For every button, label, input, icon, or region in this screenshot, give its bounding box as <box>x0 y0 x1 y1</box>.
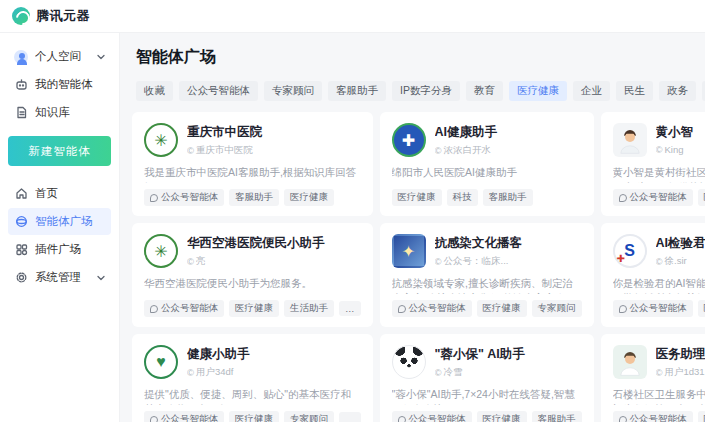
author-badge-icon: © <box>656 367 663 378</box>
agent-avatar <box>613 123 647 157</box>
agent-card[interactable]: ✦ 抗感染文化播客 © 公众号：临床... 抗感染领域专家,擅长诊断疾病、制定治… <box>380 223 594 327</box>
tag-公众号智能体: 公众号智能体 <box>144 300 224 317</box>
agent-avatar: ✳ <box>144 123 178 157</box>
agent-tags: 公众号智能体客服助手医疗健康 <box>144 189 361 206</box>
card-header: 医务助理小莲 © 用户1d31 <box>613 345 705 379</box>
agent-description: 绵阳市人民医院AI健康助手 <box>392 165 582 183</box>
tag-公众号智能体: 公众号智能体 <box>144 189 224 206</box>
agent-card[interactable]: ✳ 重庆市中医院 © 重庆市中医院 我是重庆市中医院AI客服助手,根据知识库回答… <box>132 112 373 216</box>
category-filter-bar: 收藏公众号智能体专家顾问客服助手IP数字分身教育医疗健康企业民生政务科技法律公益… <box>136 81 697 101</box>
agent-name: 医务助理小莲 <box>656 347 705 362</box>
agent-card[interactable]: 黄小智 © King 黄小智是黄村街社区卫生服务中心的家庭医生,为居民提供热情、… <box>601 112 705 216</box>
card-header: ✦ 抗感染文化播客 © 公众号：临床... <box>392 234 582 268</box>
logo-icon <box>12 7 30 25</box>
agent-description: 你是检验君的AI智能助手,帮助回答检验医学领域所有相关问题 <box>613 276 705 294</box>
tag-公众号智能体: 公众号智能体 <box>392 411 472 422</box>
agent-author: © King <box>656 144 705 155</box>
top-header: 腾讯元器 <box>0 0 705 33</box>
card-header: 黄小智 © King <box>613 123 705 157</box>
agent-name: AI健康助手 <box>435 125 582 140</box>
chat-bubble-icon <box>150 305 158 313</box>
filter-专家顾问[interactable]: 专家顾问 <box>264 81 322 101</box>
tag-专家顾问: 专家顾问 <box>532 300 582 317</box>
tag-医疗健康: 医疗健康 <box>229 411 279 422</box>
author-badge-icon: © <box>656 256 663 267</box>
filter-收藏[interactable]: 收藏 <box>136 81 173 101</box>
agent-author: © 重庆市中医院 <box>187 144 361 157</box>
agent-card[interactable]: "蓉小保" AI助手 © 冷雪 "蓉小保"AI助手,7×24小时在线答疑,智慧医… <box>380 334 594 422</box>
tag-医疗健康: 医疗健康 <box>698 411 705 422</box>
sidebar-item-首页[interactable]: 首页 <box>8 180 111 207</box>
sidebar-item-personal-space[interactable]: 个人空间 <box>8 43 111 70</box>
agent-author: © 冷雪 <box>435 366 582 379</box>
agent-tags: 公众号智能体医疗健康专家顾问 <box>392 300 582 317</box>
author-badge-icon: © <box>187 145 194 156</box>
tag-科技: 科技 <box>447 189 478 206</box>
gear-icon <box>14 271 28 285</box>
knowledge-base-label: 知识库 <box>35 105 70 120</box>
author-badge-icon: © <box>187 367 194 378</box>
tag-医疗健康: 医疗健康 <box>392 189 442 206</box>
chat-bubble-icon <box>619 416 627 422</box>
author-badge-icon: © <box>435 145 442 156</box>
document-icon <box>14 106 28 120</box>
tag-客服助手: 客服助手 <box>229 189 279 206</box>
filter-民生[interactable]: 民生 <box>616 81 653 101</box>
tag-生活助手: 生活助手 <box>284 300 334 317</box>
agent-tags: 公众号智能体医疗健康客服助手 <box>392 411 582 422</box>
chevron-down-icon <box>97 272 105 284</box>
filter-医疗健康[interactable]: 医疗健康 <box>509 81 567 101</box>
tag-医疗健康: 医疗健康 <box>698 189 705 206</box>
new-agent-button[interactable]: 新建智能体 <box>8 136 111 166</box>
agent-avatar: ♥ <box>144 345 178 379</box>
sidebar-item-knowledge-base[interactable]: 知识库 <box>8 99 111 126</box>
agent-card[interactable]: ✳ 华西空港医院便民小助手 © 亮 华西空港医院便民小助手为您服务。 公众号智能… <box>132 223 373 327</box>
page-title: 智能体广场 <box>136 47 697 68</box>
agent-avatar: ✦ <box>392 234 426 268</box>
agent-description: 石楼社区卫生服务中心医务助理小莲,专门为您解答医疗卫生服务及本中心相关问题。 <box>613 387 705 405</box>
agent-author: © 亮 <box>187 255 361 268</box>
author-badge-icon: © <box>656 144 663 155</box>
sidebar-item-插件广场[interactable]: 插件广场 <box>8 236 111 263</box>
sidebar-item-my-agents[interactable]: 我的智能体 <box>8 71 111 98</box>
agent-description: "蓉小保"AI助手,7×24小时在线答疑,智慧医保在身边! <box>392 387 582 405</box>
agent-tags: 公众号智能体医疗健康客服助手 <box>613 300 705 317</box>
card-header: ✳ 重庆市中医院 © 重庆市中医院 <box>144 123 361 157</box>
filter-企业[interactable]: 企业 <box>573 81 610 101</box>
agent-author: © 浓浓白开水 <box>435 144 582 157</box>
logo-text: 腾讯元器 <box>36 7 90 25</box>
chat-bubble-icon <box>150 194 158 202</box>
home-icon <box>14 187 28 201</box>
sidebar-item-系统管理[interactable]: 系统管理 <box>8 264 111 291</box>
agent-card[interactable]: ♥ 健康小助手 © 用户34df 提供"优质、便捷、周到、贴心"的基本医疗和基本… <box>132 334 373 422</box>
tag-公众号智能体: 公众号智能体 <box>392 300 472 317</box>
app-logo: 腾讯元器 <box>12 7 90 25</box>
more-tags-indicator: … <box>339 412 361 422</box>
chat-bubble-icon <box>398 416 406 422</box>
tag-医疗健康: 医疗健康 <box>229 300 279 317</box>
chevron-down-icon <box>97 51 105 63</box>
agent-card[interactable]: 医务助理小莲 © 用户1d31 石楼社区卫生服务中心医务助理小莲,专门为您解答医… <box>601 334 705 422</box>
filter-政务[interactable]: 政务 <box>659 81 696 101</box>
filter-公众号智能体[interactable]: 公众号智能体 <box>179 81 258 101</box>
robot-icon <box>14 78 28 92</box>
agent-description: 抗感染领域专家,擅长诊断疾病、制定治疗方案,监护病情变化,调整治疗方案,提供用药… <box>392 276 582 294</box>
agent-card[interactable]: ✚ AI健康助手 © 浓浓白开水 绵阳市人民医院AI健康助手 医疗健康科技客服助… <box>380 112 594 216</box>
chat-bubble-icon <box>619 194 627 202</box>
agent-tags: 公众号智能体医疗健康生活助手… <box>144 300 361 317</box>
agent-description: 我是重庆市中医院AI客服助手,根据知识库回答问题。 <box>144 165 361 183</box>
chat-bubble-icon <box>619 305 627 313</box>
user-avatar-icon <box>14 50 28 64</box>
avatar-cross-icon: ✚ <box>617 254 625 264</box>
filter-IP数字分身[interactable]: IP数字分身 <box>392 81 460 101</box>
filter-教育[interactable]: 教育 <box>466 81 503 101</box>
agent-card[interactable]: S✚ AI检验君 © 徐.sir 你是检验君的AI智能助手,帮助回答检验医学领域… <box>601 223 705 327</box>
filter-客服助手[interactable]: 客服助手 <box>328 81 386 101</box>
tag-专家顾问: 专家顾问 <box>284 411 334 422</box>
agent-name: 黄小智 <box>656 125 705 140</box>
plaza-icon <box>14 215 28 229</box>
agent-name: 华西空港医院便民小助手 <box>187 236 361 251</box>
card-header: ♥ 健康小助手 © 用户34df <box>144 345 361 379</box>
sidebar-item-智能体广场[interactable]: 智能体广场 <box>8 208 111 235</box>
agent-avatar: S✚ <box>613 234 647 268</box>
